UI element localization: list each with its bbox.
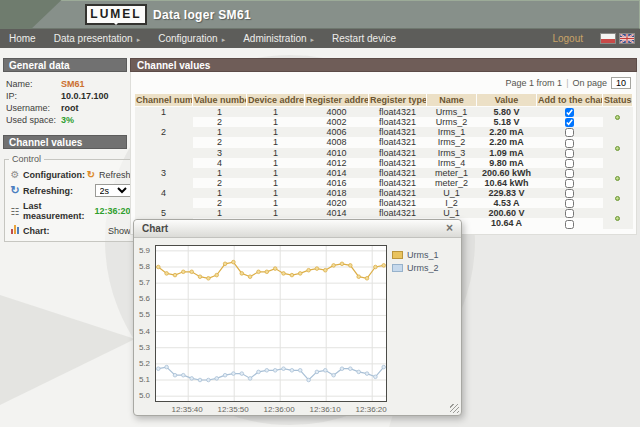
used-space-label: Used space: — [6, 115, 61, 125]
refresh-icon: ↻ — [85, 169, 97, 180]
add-to-chart-checkbox[interactable] — [565, 128, 574, 137]
nav-item-configuration[interactable]: Configuration▸ — [149, 33, 234, 44]
add-to-chart-checkbox[interactable] — [565, 149, 574, 158]
app-header: LUMEL Data loger SM61 — [0, 0, 640, 29]
chart-dialog-title: Chart — [142, 223, 168, 234]
add-to-chart-checkbox[interactable] — [565, 220, 574, 229]
last-measurement-label: Last measurement: — [23, 201, 94, 221]
chart-x-axis-labels: 12:35:4012:35:5012:36:0012:36:1012:36:20 — [155, 405, 389, 415]
table-row: 3 1 1 4014 float4321 meter_1 200.60 kWh — [135, 168, 633, 178]
status-ok-dot — [615, 146, 620, 151]
refresh-interval-select[interactable]: 2s — [95, 184, 131, 197]
status-ok-dot — [615, 216, 620, 221]
table-row: 2 1 1 4006 float4321 Irms_1 2.20 mA — [135, 127, 633, 137]
polish-flag-icon[interactable] — [600, 33, 616, 44]
control-legend: Control — [9, 154, 44, 164]
add-to-chart-checkbox[interactable] — [565, 118, 574, 127]
background-watermark-triangle — [0, 295, 135, 405]
y-tick-label: 5.5 — [139, 310, 150, 319]
y-tick-label: 5.4 — [139, 327, 150, 336]
on-page-label: On page — [572, 78, 607, 88]
table-row: 1 1 1 4000 float4321 Urms_1 5.80 V — [135, 107, 633, 118]
col-value: Value — [477, 94, 537, 107]
add-to-chart-checkbox[interactable] — [565, 209, 574, 218]
table-row: 4 1 1 4018 float4321 U_1 229.83 V — [135, 188, 633, 198]
refresh-link[interactable]: Refresh — [99, 170, 131, 180]
table-row: 4 1 4012 float4321 Irms_4 9.80 mA — [135, 158, 633, 168]
add-to-chart-checkbox[interactable] — [565, 199, 574, 208]
general-data-panel: Name:SM61 IP:10.0.17.100 Username:root U… — [3, 72, 127, 135]
chart-legend: Urms_1 Urms_2 — [392, 250, 439, 276]
x-tick-label: 12:36:20 — [346, 405, 396, 414]
add-to-chart-checkbox[interactable] — [565, 189, 574, 198]
chart-label: Chart: — [23, 226, 50, 236]
x-tick-label: 12:35:40 — [162, 405, 212, 414]
y-tick-label: 5.3 — [139, 343, 150, 352]
on-page-input[interactable] — [611, 77, 631, 89]
ip-label: IP: — [6, 91, 61, 101]
y-tick-label: 5.7 — [139, 278, 150, 287]
submenu-arrow-icon: ▸ — [137, 36, 141, 43]
col-channel-number: Channel number — [135, 94, 193, 107]
status-ok-dot — [615, 196, 620, 201]
y-tick-label: 5.1 — [139, 375, 150, 384]
add-to-chart-checkbox[interactable] — [565, 179, 574, 188]
chart-icon — [9, 225, 21, 236]
submenu-arrow-icon: ▸ — [311, 36, 315, 43]
status-ok-dot — [615, 176, 620, 181]
name-label: Name: — [6, 79, 61, 89]
page-title: Data loger SM61 — [153, 8, 251, 22]
nav-item-administration[interactable]: Administration▸ — [234, 33, 323, 44]
legend-label-urms2: Urms_2 — [407, 263, 439, 273]
pagination-divider: | — [566, 78, 568, 88]
nav-item-data-presentation[interactable]: Data presentation▸ — [45, 33, 149, 44]
device-name-value: SM61 — [61, 79, 85, 89]
col-value-number: Value number — [193, 94, 247, 107]
x-tick-label: 12:36:10 — [300, 405, 350, 414]
channel-values-sidebar-header: Channel values — [3, 135, 127, 149]
show-chart-link[interactable]: Show — [108, 226, 131, 236]
channel-values-panel: Channel values Page 1 from 1 | On page C… — [130, 58, 637, 235]
page-indicator: Page 1 from 1 — [506, 78, 563, 88]
add-to-chart-checkbox[interactable] — [565, 159, 574, 168]
gear-icon: ⚙ — [9, 169, 21, 180]
english-flag-icon[interactable] — [619, 33, 635, 44]
add-to-chart-checkbox[interactable] — [565, 169, 574, 178]
resize-handle[interactable] — [450, 404, 459, 413]
add-to-chart-checkbox[interactable] — [565, 108, 574, 117]
close-icon[interactable]: × — [446, 220, 453, 237]
logout-link[interactable]: Logout — [552, 33, 583, 44]
table-row: 2 1 4002 float4321 Urms_2 5.18 V — [135, 117, 633, 127]
ip-value: 10.0.17.100 — [61, 91, 109, 101]
nav-item-home[interactable]: Home — [0, 33, 45, 44]
chart-canvas — [156, 246, 386, 401]
channel-values-table: Channel number Value number Device addre… — [134, 93, 633, 229]
control-groupbox: Control ⚙ Configuration: ↻ Refresh ↻ Ref… — [4, 154, 136, 242]
sidebar: General data Name:SM61 IP:10.0.17.100 Us… — [3, 58, 127, 242]
table-header-row: Channel number Value number Device addre… — [135, 94, 633, 107]
y-tick-label: 5.2 — [139, 359, 150, 368]
col-add-to-chart: Add to the chart — [537, 94, 603, 107]
x-tick-label: 12:36:00 — [254, 405, 304, 414]
add-to-chart-checkbox[interactable] — [565, 139, 574, 148]
main-menu-bar: Home Data presentation▸ Configuration▸ A… — [0, 29, 640, 48]
y-tick-label: 5.0 — [139, 391, 150, 400]
y-tick-label: 5.6 — [139, 294, 150, 303]
refreshing-label: Refreshing: — [23, 186, 73, 196]
chart-plot-area — [155, 245, 387, 402]
username-value: root — [61, 103, 79, 113]
used-space-value: 3% — [61, 115, 74, 125]
table-row: 5 1 1 4014 float4321 U_1 200.60 V — [135, 208, 633, 218]
channel-values-panel-header: Channel values — [130, 58, 637, 72]
y-tick-label: 5.9 — [139, 246, 150, 255]
configuration-label: Configuration: — [23, 170, 85, 180]
nav-item-restart-device[interactable]: Restart device — [323, 33, 405, 44]
chart-y-axis-labels: 5.05.15.25.35.45.55.65.75.85.9 — [134, 245, 153, 402]
table-row: 2 1 4020 float4321 I_2 4.53 A — [135, 198, 633, 208]
legend-swatch-urms2 — [392, 264, 403, 272]
status-ok-dot — [615, 115, 620, 120]
col-name: Name — [427, 94, 477, 107]
x-tick-label: 12:35:50 — [208, 405, 258, 414]
chart-dialog-titlebar[interactable]: × Chart — [134, 220, 461, 238]
clock-icon: ☷︎ — [9, 206, 21, 217]
